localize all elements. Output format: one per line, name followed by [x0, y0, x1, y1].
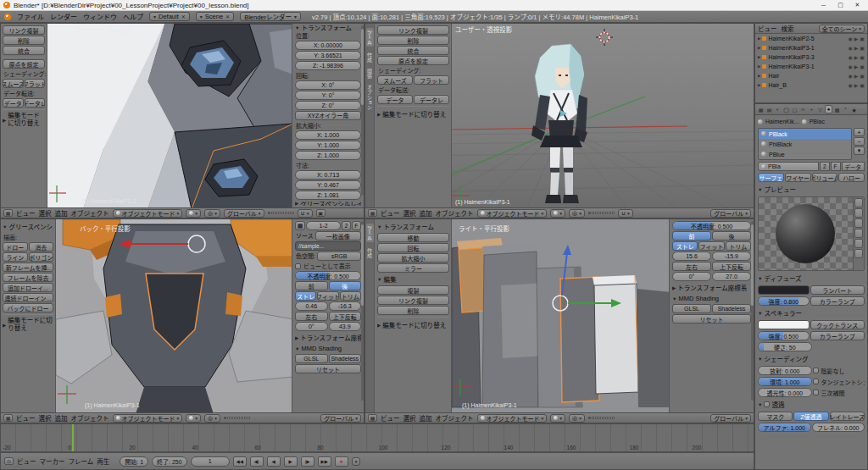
- tab-world[interactable]: ◯: [782, 105, 790, 113]
- render-visibility-icon[interactable]: ▣: [860, 45, 865, 51]
- shading-panel-header[interactable]: ▼シェーディング: [758, 353, 865, 364]
- shadeless-checkbox[interactable]: 陰影なし: [813, 366, 865, 375]
- location-x-field[interactable]: X: 0.00000: [295, 41, 361, 50]
- snap-dropdown[interactable]: ∪▾: [618, 209, 633, 218]
- pivot-dropdown[interactable]: ◎▾: [204, 209, 220, 218]
- diffuse-shader-dropdown[interactable]: ランバート: [810, 285, 865, 295]
- expand-icon[interactable]: ▶: [758, 46, 760, 50]
- tab-physics[interactable]: ◆: [850, 105, 858, 113]
- add-slot-button[interactable]: +: [854, 128, 865, 136]
- edit-mode-panel[interactable]: ▶編集モードに切り替え: [3, 317, 53, 333]
- flip-horizontal-toggle[interactable]: 左右: [295, 312, 328, 321]
- location-z-field[interactable]: Z: -1.98396: [295, 61, 361, 70]
- menu-add[interactable]: 追加: [55, 413, 68, 423]
- shelf-tab-create[interactable]: 作成: [366, 248, 374, 258]
- show-in-view-checkbox[interactable]: ビューとして表示: [295, 262, 361, 270]
- shelf-tab-tools[interactable]: ツール: [366, 224, 374, 242]
- duplicate-linked-button[interactable]: リンク複製: [377, 296, 449, 305]
- viewport-shading-dropdown[interactable]: ▾: [550, 414, 565, 423]
- gp-draw-on-back-button[interactable]: バックにドロー: [3, 303, 53, 312]
- outliner-item[interactable]: ▶ Hair ◉▶▣: [755, 71, 867, 80]
- mmd-reset-button[interactable]: リセット: [672, 314, 751, 323]
- scale-x-field[interactable]: X: 1.000: [295, 130, 361, 140]
- halo-type-button[interactable]: ハロー: [838, 173, 865, 182]
- shade-flat-button[interactable]: フラット: [25, 79, 46, 88]
- alpha-slider[interactable]: アルファ: 1.000: [758, 423, 811, 432]
- editor-type-icon[interactable]: ▦: [3, 414, 13, 422]
- scale-y-field[interactable]: Y: 1.000: [295, 141, 361, 150]
- tab-texture[interactable]: ▩: [833, 105, 841, 113]
- fresnel-slider[interactable]: フレネル: 0.000: [812, 423, 865, 432]
- edit-mode-panel[interactable]: ▶編集モードに切り替え: [377, 108, 449, 119]
- expand-icon[interactable]: ▶: [758, 74, 760, 78]
- users-count-button[interactable]: 2: [820, 162, 830, 171]
- fit-toggle[interactable]: フィット: [317, 291, 338, 301]
- orientation-dropdown[interactable]: グローバル▾: [320, 414, 361, 423]
- colorspace-dropdown[interactable]: sRGB: [317, 252, 361, 261]
- preview-panel-header[interactable]: ▼プレビュー: [758, 184, 865, 195]
- menu-add[interactable]: 追加: [420, 413, 432, 423]
- viewport-canvas-mech-closeup[interactable]: ユーザー・平行投影 (1) HaimenKikaiP3-1: [47, 24, 293, 209]
- edit-mode-panel[interactable]: ▶編集モードに切り替え: [377, 319, 449, 330]
- duplicate-linked-button[interactable]: リンク複製: [3, 25, 45, 35]
- rotation-mode-dropdown[interactable]: XYZオイラー角: [295, 111, 361, 120]
- menu-select[interactable]: 選択: [39, 413, 52, 423]
- raytrace-mode-button[interactable]: レイトレース: [830, 412, 865, 421]
- render-visibility-icon[interactable]: ▣: [860, 54, 865, 60]
- ztransp-mode-button[interactable]: Z値透過: [793, 412, 828, 421]
- menu-view[interactable]: ビュー: [381, 413, 400, 423]
- set-origin-button[interactable]: 原点を設定: [377, 56, 449, 65]
- mask-mode-button[interactable]: マスク: [758, 412, 793, 421]
- eye-icon[interactable]: ◉: [848, 36, 852, 41]
- crop-toggle[interactable]: トリム: [726, 241, 751, 251]
- shade-smooth-button[interactable]: スムーズ: [3, 79, 24, 88]
- delete-button[interactable]: 削除: [377, 306, 449, 315]
- scrollbar[interactable]: [361, 221, 364, 401]
- tab-particles[interactable]: *: [842, 105, 849, 113]
- maximize-button[interactable]: ▢: [833, 1, 848, 10]
- transform-orientations-panel[interactable]: ▶トランスフォーム座標系: [672, 282, 751, 293]
- menu-select[interactable]: 選択: [403, 208, 416, 218]
- specular-color-swatch[interactable]: [758, 320, 810, 329]
- rotation-y-field[interactable]: Y: 0°: [295, 91, 361, 100]
- menu-view[interactable]: ビュー: [758, 24, 777, 33]
- shelf-tab-tools[interactable]: ツール: [366, 28, 374, 47]
- glsl-button[interactable]: GLSL: [295, 354, 328, 363]
- tab-material[interactable]: ●: [825, 105, 832, 113]
- shelf-tab-options[interactable]: オプション: [366, 85, 374, 110]
- expand-icon[interactable]: ▶: [758, 83, 760, 87]
- viewport-shading-dropdown[interactable]: ▾: [186, 414, 201, 423]
- editor-type-icon[interactable]: ▦: [368, 209, 377, 217]
- jump-to-start-button[interactable]: ◀◀: [233, 456, 247, 467]
- current-frame-field[interactable]: 1: [191, 456, 230, 467]
- material-name-field[interactable]: PBla: [758, 162, 819, 171]
- translucency-slider[interactable]: 透光性: 0.000: [758, 388, 812, 397]
- size-field[interactable]: 27.0: [712, 272, 751, 281]
- rotation-x-field[interactable]: X: 0°: [295, 80, 361, 90]
- scale-z-field[interactable]: Z: 1.000: [295, 151, 361, 160]
- preview-cube-button[interactable]: [854, 218, 863, 228]
- transform-panel-header[interactable]: ▼トランスフォーム: [377, 221, 449, 232]
- menu-frame[interactable]: フレーム: [69, 456, 94, 466]
- fake-user-button[interactable]: F: [352, 221, 361, 230]
- orientation-dropdown[interactable]: グローバル▾: [224, 209, 264, 218]
- size-field[interactable]: 43.9: [329, 322, 362, 331]
- menu-view[interactable]: ビュー: [16, 413, 36, 423]
- menu-view[interactable]: ビュー: [381, 208, 400, 218]
- snap-dropdown[interactable]: ∪▾: [298, 209, 313, 218]
- rotation-field[interactable]: 0°: [672, 272, 711, 281]
- diffuse-panel-header[interactable]: ▼ディフューズ: [758, 273, 865, 284]
- flip-horizontal-toggle[interactable]: 左右: [672, 262, 711, 271]
- frame-end-field[interactable]: 終了: 250: [152, 456, 187, 467]
- eye-icon[interactable]: ◉: [848, 73, 852, 79]
- mmd-shading-panel[interactable]: ▼MMD Shading: [672, 294, 751, 303]
- data-layout-transfer-button[interactable]: データレ: [414, 95, 449, 104]
- grease-pencil-panel-header[interactable]: ▼グリースペンシル: [3, 221, 53, 232]
- rotation-z-field[interactable]: Z: 0°: [295, 101, 361, 110]
- grease-pencil-panel-header[interactable]: ▶グリースペンシルレイ...: [295, 202, 361, 207]
- expand-icon[interactable]: ▶: [758, 55, 760, 59]
- tab-object-data[interactable]: ▽: [816, 105, 824, 113]
- breadcrumb-material[interactable]: PBlac: [810, 119, 825, 124]
- slot-specials-button[interactable]: ▾: [854, 147, 865, 155]
- image-users-count[interactable]: 2: [342, 221, 351, 230]
